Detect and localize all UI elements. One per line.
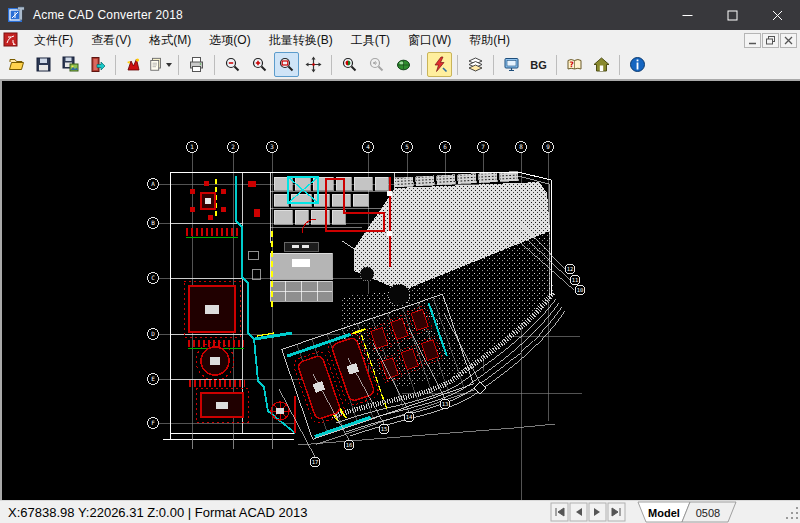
svg-text:1: 1 — [190, 143, 194, 150]
svg-text:15: 15 — [381, 426, 388, 432]
svg-text:E: E — [151, 375, 155, 382]
batch-convert-icon — [149, 56, 164, 73]
batch-dropdown-icon[interactable] — [166, 63, 172, 67]
mdi-restore-button[interactable] — [762, 33, 779, 48]
svg-text:F: F — [151, 419, 155, 426]
layers-button[interactable] — [463, 52, 488, 77]
minimize-button[interactable] — [665, 0, 710, 30]
about-button[interactable] — [625, 52, 650, 77]
mdi-window-controls — [744, 33, 800, 48]
menu-window[interactable]: 窗口(W) — [399, 30, 460, 51]
pan-icon — [305, 56, 322, 73]
print-button[interactable] — [184, 52, 209, 77]
svg-text:A: A — [151, 180, 155, 187]
pan-button[interactable] — [301, 52, 326, 77]
menu-tools[interactable]: 工具(T) — [342, 30, 399, 51]
save-as-image-icon — [62, 56, 79, 73]
svg-text:?: ? — [570, 60, 574, 69]
save-as-image-button[interactable] — [58, 52, 83, 77]
resize-grip[interactable] — [786, 503, 800, 521]
menu-help[interactable]: 帮助(H) — [460, 30, 519, 51]
svg-text:12: 12 — [567, 266, 574, 272]
menu-file[interactable]: 文件(F) — [25, 30, 82, 51]
background-color-label: BG — [530, 59, 547, 71]
batch-convert-button[interactable] — [148, 52, 173, 77]
sheet-nav-last[interactable] — [608, 503, 625, 521]
quick-convert-icon — [431, 56, 448, 73]
sheet-nav-next[interactable] — [589, 503, 606, 521]
status-bar: X:67838.98 Y:22026.31 Z:0.00 | Format AC… — [0, 500, 800, 523]
mdi-minimize-icon — [748, 36, 757, 45]
zoom-in-button[interactable] — [247, 52, 272, 77]
toolbar: BG ? — [0, 50, 800, 79]
background-color-button[interactable]: BG — [526, 52, 551, 77]
svg-text:7: 7 — [481, 143, 485, 150]
toolbar-separator — [115, 55, 116, 75]
cad-drawing: 12 34 56 78 9 AB CD EF — [2, 81, 800, 500]
menu-options[interactable]: 选项(O) — [200, 30, 259, 51]
zoom-extents-button[interactable] — [337, 52, 362, 77]
save-button[interactable] — [31, 52, 56, 77]
svg-text:8: 8 — [519, 143, 523, 150]
convert-to-pdf-icon — [125, 56, 142, 73]
menu-bar: 文件(F) 查看(V) 格式(M) 选项(O) 批量转换(B) 工具(T) 窗口… — [0, 30, 800, 50]
svg-text:11: 11 — [572, 277, 579, 283]
toolbar-separator — [556, 55, 557, 75]
app-icon — [7, 6, 25, 24]
about-icon — [629, 56, 646, 73]
menu-format[interactable]: 格式(M) — [140, 30, 200, 51]
title-bar: Acme CAD Converter 2018 — [0, 0, 800, 30]
svg-text:5: 5 — [405, 143, 409, 150]
svg-text:2: 2 — [231, 143, 235, 150]
open-file-icon — [8, 56, 25, 73]
grid-bubbles-left: AB CD EF — [148, 179, 159, 429]
close-file-icon — [89, 56, 106, 73]
mdi-close-button[interactable] — [780, 33, 797, 48]
svg-text:10: 10 — [577, 287, 584, 293]
toolbar-separator — [214, 55, 215, 75]
svg-text:14: 14 — [406, 414, 413, 420]
zoom-previous-button[interactable] — [364, 52, 389, 77]
home-icon — [593, 56, 610, 73]
window-title: Acme CAD Converter 2018 — [33, 8, 665, 22]
open-file-button[interactable] — [4, 52, 29, 77]
render-view-button[interactable] — [391, 52, 416, 77]
render-view-icon — [395, 56, 412, 73]
app-window: Acme CAD Converter 2018 文件(F) 查看(V) 格式(M… — [0, 0, 800, 523]
mdi-close-icon — [784, 36, 793, 45]
svg-text:6: 6 — [443, 143, 447, 150]
svg-text:D: D — [151, 330, 155, 337]
close-file-button[interactable] — [85, 52, 110, 77]
menu-batch-convert[interactable]: 批量转换(B) — [260, 30, 342, 51]
maximize-button[interactable] — [710, 0, 755, 30]
display-settings-button[interactable] — [499, 52, 524, 77]
sheet-nav-previous[interactable] — [570, 503, 587, 521]
sheet-nav-first[interactable] — [551, 503, 568, 521]
zoom-window-button[interactable] — [274, 52, 299, 77]
menu-view[interactable]: 查看(V) — [82, 30, 140, 51]
close-button[interactable] — [755, 0, 800, 30]
quick-convert-button[interactable] — [427, 52, 452, 77]
home-button[interactable] — [589, 52, 614, 77]
svg-text:17: 17 — [312, 459, 319, 465]
help-button[interactable]: ? — [562, 52, 587, 77]
buffet-counter — [270, 242, 332, 301]
tab-model[interactable]: Model — [638, 502, 690, 522]
coordinate-readout: X:67838.98 Y:22026.31 Z:0.00 | Format AC… — [0, 505, 307, 520]
layers-icon — [467, 56, 484, 73]
tab-0508[interactable]: 0508 — [682, 502, 736, 522]
zoom-out-button[interactable] — [220, 52, 245, 77]
drawing-canvas[interactable]: 12 34 56 78 9 AB CD EF — [0, 79, 800, 500]
mdi-minimize-button[interactable] — [744, 33, 761, 48]
convert-to-pdf-button[interactable] — [121, 52, 146, 77]
zoom-extents-icon — [341, 56, 358, 73]
svg-text:4: 4 — [366, 143, 370, 150]
display-settings-icon — [503, 56, 520, 73]
print-icon — [188, 56, 205, 73]
maximize-icon — [727, 10, 738, 21]
svg-text:0508: 0508 — [696, 506, 720, 518]
sheet-tabs: Model 0508 — [550, 501, 780, 523]
grid-bubbles-top: 12 34 56 78 9 — [187, 142, 554, 153]
svg-text:3: 3 — [270, 143, 274, 150]
zoom-window-icon — [278, 56, 295, 73]
